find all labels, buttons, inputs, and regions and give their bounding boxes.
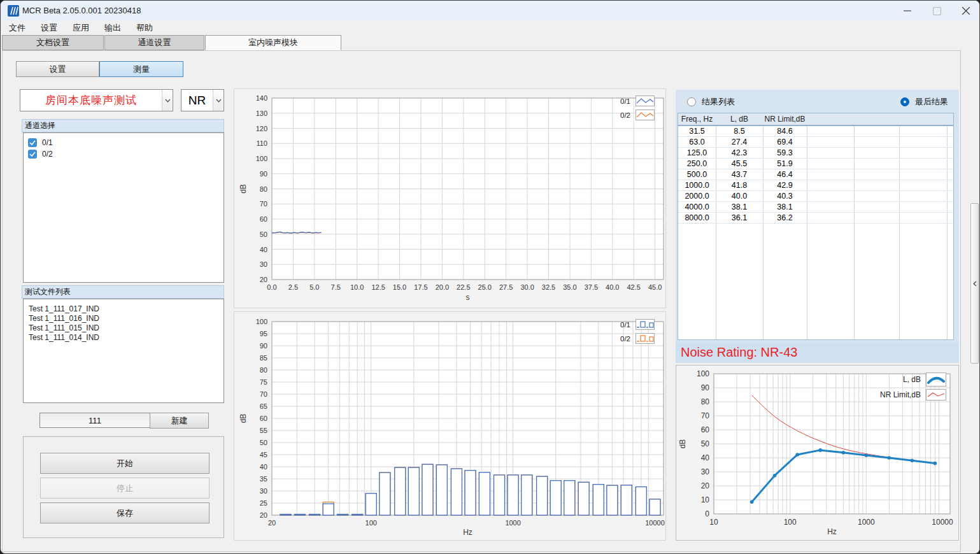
svg-text:22.5: 22.5 (457, 283, 470, 291)
svg-text:80: 80 (260, 366, 267, 374)
table-cell (899, 202, 947, 212)
tab-document-setup[interactable]: 文档设置 (2, 35, 104, 50)
table-cell (854, 137, 899, 147)
table-cell: 36.2 (763, 213, 807, 223)
file-list[interactable]: Test 1_111_017_IND Test 1_111_016_IND Te… (23, 299, 224, 403)
table-row[interactable]: 4000.038.138.1 (678, 202, 953, 213)
file-item[interactable]: Test 1_111_014_IND (24, 333, 224, 343)
svg-text:20: 20 (701, 481, 710, 490)
menu-item-settings[interactable]: 设置 (38, 22, 60, 34)
radio-selected-icon[interactable] (900, 97, 909, 106)
subtab-setup[interactable]: 设置 (16, 61, 99, 77)
file-list-header: 测试文件列表 (22, 285, 224, 299)
table-row[interactable]: 1000.041.842.9 (678, 180, 953, 191)
menu-item-apply[interactable]: 应用 (69, 22, 92, 34)
radio-unselected-icon[interactable] (687, 97, 696, 106)
svg-text:Hz: Hz (463, 528, 472, 537)
blue-bars-icon (636, 320, 654, 329)
table-cell (854, 159, 899, 169)
svg-text:20.0: 20.0 (436, 283, 449, 291)
table-cell: 2000.0 (678, 191, 716, 201)
noise-rating-banner: Noise Rating: NR-43 (676, 342, 959, 363)
svg-text:85: 85 (260, 354, 267, 362)
channel-label: 0/2 (42, 150, 53, 159)
svg-text:45.0: 45.0 (648, 283, 662, 291)
close-icon (962, 7, 970, 15)
table-cell (854, 169, 899, 180)
new-button[interactable]: 新建 (150, 413, 209, 429)
svg-text:1000: 1000 (505, 519, 520, 527)
session-name-input[interactable] (39, 413, 150, 428)
table-row[interactable]: 500.043.746.4 (678, 169, 953, 180)
minimize-button[interactable] (893, 1, 922, 21)
check-icon (29, 152, 36, 157)
tab-room-noise-module[interactable]: 室内噪声模块 (205, 35, 341, 50)
save-button[interactable]: 保存 (40, 502, 209, 523)
last-result-radio[interactable]: 最后结果 (900, 96, 948, 108)
file-item[interactable]: Test 1_111_017_IND (24, 304, 224, 314)
svg-text:32.5: 32.5 (542, 283, 555, 291)
table-row[interactable]: 31.58.584.6 (678, 126, 953, 137)
channel-list[interactable]: 0/1 0/2 (23, 132, 224, 283)
table-cell (807, 159, 854, 169)
results-table[interactable]: Freq., Hz L, dB NR Limit,dB 31.58.584.66… (678, 113, 954, 340)
subtab-measure[interactable]: 测量 (99, 61, 183, 77)
table-row[interactable]: 2000.040.040.3 (678, 191, 953, 202)
svg-text:Hz: Hz (827, 527, 837, 536)
table-cell: 42.3 (716, 148, 763, 158)
close-button[interactable] (951, 1, 980, 21)
table-row[interactable]: 63.027.469.4 (678, 137, 953, 148)
orange-bars-icon (636, 334, 654, 343)
svg-text:60: 60 (701, 425, 710, 434)
table-row[interactable]: 125.042.359.3 (678, 148, 953, 159)
results-table-wrap: Freq., Hz L, dB NR Limit,dB 31.58.584.66… (676, 111, 959, 342)
maximize-button[interactable] (922, 1, 951, 21)
table-cell (807, 191, 854, 201)
app-icon (8, 5, 19, 17)
start-button[interactable]: 开始 (40, 453, 209, 474)
file-item[interactable]: Test 1_111_015_IND (24, 323, 224, 333)
chevron-down-icon (165, 99, 171, 103)
svg-text:dB: dB (239, 414, 248, 423)
channel-item[interactable]: 0/1 (24, 137, 224, 148)
table-cell: 40.3 (763, 191, 807, 201)
svg-text:25: 25 (260, 499, 267, 507)
file-item[interactable]: Test 1_111_016_IND (24, 314, 224, 323)
table-cell (807, 137, 854, 147)
svg-text:15.0: 15.0 (393, 283, 406, 291)
svg-text:s: s (466, 293, 470, 302)
collapse-panel-handle[interactable] (970, 203, 979, 364)
main-tab-strip: 文档设置 通道设置 室内噪声模块 (1, 35, 980, 50)
result-list-radio[interactable]: 结果列表 (687, 96, 735, 108)
svg-text:40: 40 (260, 246, 267, 253)
table-row[interactable]: 250.045.551.9 (678, 159, 953, 169)
channel-item[interactable]: 0/2 (24, 148, 224, 160)
line-series-icon (636, 96, 655, 106)
chevron-down-icon (216, 99, 222, 103)
noise-rating-text: Noise Rating: NR-43 (676, 345, 797, 360)
tab-channel-setup[interactable]: 通道设置 (104, 35, 204, 50)
nr-combo-arrow[interactable] (213, 90, 224, 111)
table-row[interactable]: 8000.036.136.2 (678, 213, 953, 224)
svg-text:60: 60 (260, 415, 267, 422)
menu-item-output[interactable]: 输出 (101, 22, 124, 34)
channel-label: 0/1 (42, 138, 53, 147)
l-line-icon (926, 373, 946, 387)
table-cell: 63.0 (678, 137, 716, 147)
menu-item-help[interactable]: 帮助 (133, 22, 156, 34)
checkbox-checked-icon[interactable] (28, 150, 37, 159)
table-cell (899, 137, 947, 147)
nr-standard-combo[interactable]: NR (181, 89, 224, 111)
table-cell (854, 191, 899, 201)
table-cell: 41.8 (716, 180, 763, 190)
menu-item-file[interactable]: 文件 (6, 22, 29, 34)
results-table-header: Freq., Hz L, dB NR Limit,dB (678, 113, 953, 126)
svg-text:1000: 1000 (858, 518, 875, 527)
svg-text:17.5: 17.5 (414, 283, 427, 291)
svg-text:90: 90 (260, 342, 267, 350)
test-type-combo[interactable]: 房间本底噪声测试 (20, 89, 173, 111)
svg-text:100: 100 (697, 369, 709, 378)
checkbox-checked-icon[interactable] (28, 138, 37, 147)
svg-text:35: 35 (260, 475, 267, 483)
test-type-combo-arrow[interactable] (162, 90, 173, 111)
